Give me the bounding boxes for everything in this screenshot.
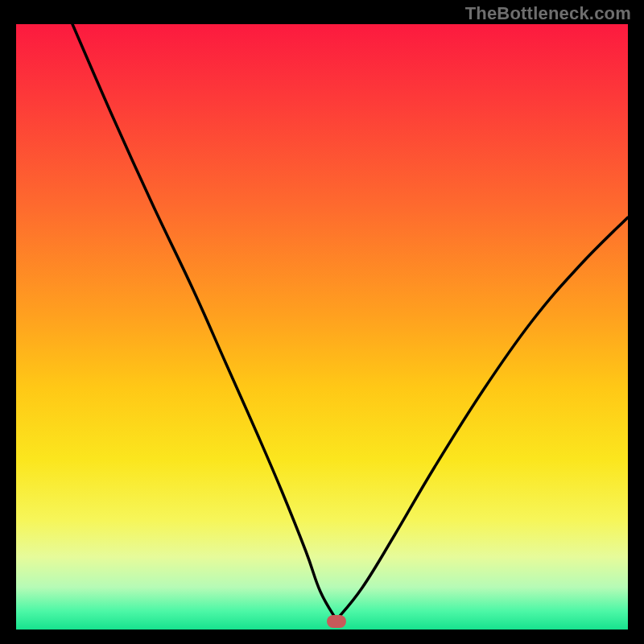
curve-path: [72, 24, 628, 620]
bottleneck-curve: [16, 24, 628, 630]
watermark-text: TheBottleneck.com: [465, 3, 631, 24]
chart-frame: TheBottleneck.com: [0, 0, 644, 644]
valley-marker-icon: [327, 615, 346, 628]
plot-area: [16, 24, 628, 630]
